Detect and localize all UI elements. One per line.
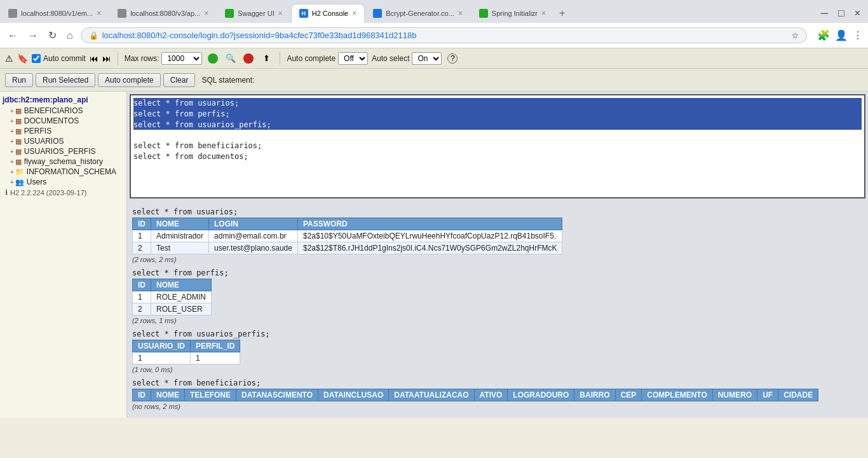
col-bairro: BAIRRO	[574, 389, 615, 401]
maximize-button[interactable]: □	[836, 6, 847, 20]
new-tab-button[interactable]: +	[554, 5, 570, 22]
auto-commit-checkbox[interactable]	[32, 54, 41, 63]
sidebar-item-usuarios-perfis[interactable]: + ▦ USUARIOS_PERFIS	[0, 146, 126, 156]
result-table-beneficiarios: ID NOME TELEFONE DATANASCIMENTO DATAINCL…	[132, 389, 818, 401]
search-icon: 🔍	[226, 53, 236, 63]
table-icon: ▦	[15, 127, 22, 135]
run-button[interactable]: Run	[5, 73, 33, 87]
tab-3-favicon	[225, 9, 234, 18]
sql-line-1: select * from usuarios;	[133, 98, 862, 109]
sql-editor[interactable]: select * from usuarios; select * from pe…	[130, 94, 865, 198]
col-perfil-id: PERFIL_ID	[191, 340, 240, 352]
tab-2-title: localhost:8080/v3/ap...	[130, 10, 200, 17]
window-controls: ─ □ ×	[818, 6, 868, 20]
col-nome: NOME	[151, 218, 209, 230]
sql-line-6: select * from documentos;	[133, 151, 862, 162]
sql-line-4	[133, 130, 862, 141]
result-table-usuarios: ID NOME LOGIN PASSWORD 1 Administrador a…	[132, 218, 562, 254]
auto-complete-select[interactable]: Off On	[338, 52, 368, 65]
run-selected-button[interactable]: Run Selected	[36, 73, 95, 87]
sql-editor-content[interactable]: select * from usuarios; select * from pe…	[131, 95, 864, 197]
reload-button[interactable]: ↻	[46, 28, 59, 43]
sql-line-2: select * from perfis;	[133, 109, 862, 120]
results-area[interactable]: select * from usuarios; ID NOME LOGIN PA…	[127, 201, 868, 418]
sidebar-item-perfis[interactable]: + ▦ PERFIS	[0, 126, 126, 136]
col-complemento: COMPLEMENTO	[642, 389, 712, 401]
auto-complete-label: Auto complete	[287, 54, 336, 63]
expand-icon: +	[10, 118, 14, 125]
schema-icon: 📁	[15, 168, 24, 176]
h2-toolbar: ⚠ 🔖 Auto commit ⏮ ⏭ Max rows: 1000 100 5…	[0, 48, 868, 69]
clear-button[interactable]: Clear	[163, 73, 196, 87]
col-id: ID	[133, 389, 151, 401]
tab-5[interactable]: Bcrypt-Generator.co... ×	[365, 4, 471, 23]
col-ativo: ATIVO	[474, 389, 508, 401]
toolbar-icon-1[interactable]: ⏮	[90, 53, 98, 64]
users-icon: 👥	[15, 178, 24, 186]
col-cidade: CIDADE	[778, 389, 818, 401]
url-text: localhost:8080/h2-console/login.do?jsess…	[102, 31, 788, 40]
toolbar-divider-1	[118, 52, 118, 65]
auto-complete-button[interactable]: Auto complete	[98, 73, 161, 87]
forward-button[interactable]: →	[25, 29, 41, 43]
tab-2[interactable]: localhost:8080/v3/ap... ×	[109, 4, 217, 23]
warning-icon: ⚠	[5, 53, 13, 64]
tab-4-close[interactable]: ×	[352, 9, 356, 18]
sidebar-item-label: Users	[27, 177, 46, 186]
sidebar-root[interactable]: jdbc:h2:mem:plano_api	[0, 94, 126, 106]
star-icon[interactable]: ☆	[792, 31, 799, 40]
upload-icon-btn[interactable]: ⬆	[259, 52, 273, 66]
max-rows-label: Max rows:	[125, 54, 159, 63]
address-bar: ← → ↻ ⌂ 🔒 localhost:8080/h2-console/logi…	[0, 23, 868, 48]
home-button[interactable]: ⌂	[64, 29, 76, 43]
tab-1-close[interactable]: ×	[97, 9, 101, 18]
sidebar-item-information-schema[interactable]: + 📁 INFORMATION_SCHEMA	[0, 167, 126, 177]
tab-6-close[interactable]: ×	[541, 9, 546, 18]
toolbar-icon-2[interactable]: ⏭	[102, 53, 111, 64]
tab-bar: localhost:8080/v1/em... × localhost:8080…	[0, 0, 868, 23]
expand-icon: +	[10, 128, 14, 135]
result-info-4: (no rows, 2 ms)	[132, 403, 863, 410]
upload-icon: ⬆	[263, 53, 270, 63]
col-datainclusao: DATAINCLUSAO	[318, 389, 389, 401]
tab-1[interactable]: localhost:8080/v1/em... ×	[0, 4, 109, 23]
expand-icon: +	[10, 179, 14, 186]
stop-icon-btn[interactable]	[241, 52, 255, 66]
tab-2-close[interactable]: ×	[204, 9, 208, 18]
back-button[interactable]: ←	[5, 29, 20, 43]
col-nome: NOME	[151, 389, 185, 401]
tab-5-close[interactable]: ×	[458, 9, 463, 18]
sidebar-item-flyway[interactable]: + ▦ flyway_schema_history	[0, 156, 126, 167]
result-info-1: (2 rows, 2 ms)	[132, 256, 863, 263]
sidebar-item-usuarios[interactable]: + ▦ USUARIOS	[0, 136, 126, 146]
url-input[interactable]: 🔒 localhost:8080/h2-console/login.do?jse…	[81, 27, 807, 43]
search-icon-btn[interactable]: 🔍	[224, 52, 238, 66]
tab-3[interactable]: Swagger UI ×	[217, 4, 291, 23]
sidebar-item-label: BENEFICIARIOS	[24, 106, 83, 115]
col-password: PASSWORD	[297, 218, 562, 230]
expand-icon: +	[10, 169, 14, 176]
minimize-button[interactable]: ─	[818, 6, 831, 20]
sidebar-item-users[interactable]: + 👥 Users	[0, 177, 126, 187]
help-icon-btn[interactable]: ?	[445, 52, 459, 66]
tab-3-close[interactable]: ×	[278, 9, 283, 18]
tab-4-favicon: H	[299, 9, 308, 18]
tab-5-title: Bcrypt-Generator.co...	[386, 10, 454, 17]
sidebar-item-beneficiarios[interactable]: + ▦ BENEFICIARIOS	[0, 106, 126, 116]
extensions-icon[interactable]: 🧩	[817, 29, 830, 41]
tab-4[interactable]: H H2 Console ×	[291, 4, 365, 23]
tab-6[interactable]: Spring Initializr ×	[471, 4, 554, 23]
auto-select-select[interactable]: On Off	[412, 52, 442, 65]
profile-icon[interactable]: 👤	[835, 29, 848, 41]
run-icon-btn[interactable]	[206, 52, 220, 66]
sql-statement-label: SQL statement:	[201, 76, 254, 85]
info-icon: ℹ	[5, 188, 8, 197]
sql-line-3: select * from usuarios_perfis;	[133, 120, 862, 130]
max-rows-select[interactable]: 1000 100 500 10000	[161, 52, 202, 65]
address-icons: 🧩 👤 ⋮	[817, 29, 863, 41]
menu-icon[interactable]: ⋮	[853, 29, 863, 41]
close-button[interactable]: ×	[852, 6, 863, 20]
sidebar: jdbc:h2:mem:plano_api + ▦ BENEFICIARIOS …	[0, 92, 127, 418]
sidebar-item-documentos[interactable]: + ▦ DOCUMENTOS	[0, 116, 126, 126]
content-area: jdbc:h2:mem:plano_api + ▦ BENEFICIARIOS …	[0, 92, 868, 418]
